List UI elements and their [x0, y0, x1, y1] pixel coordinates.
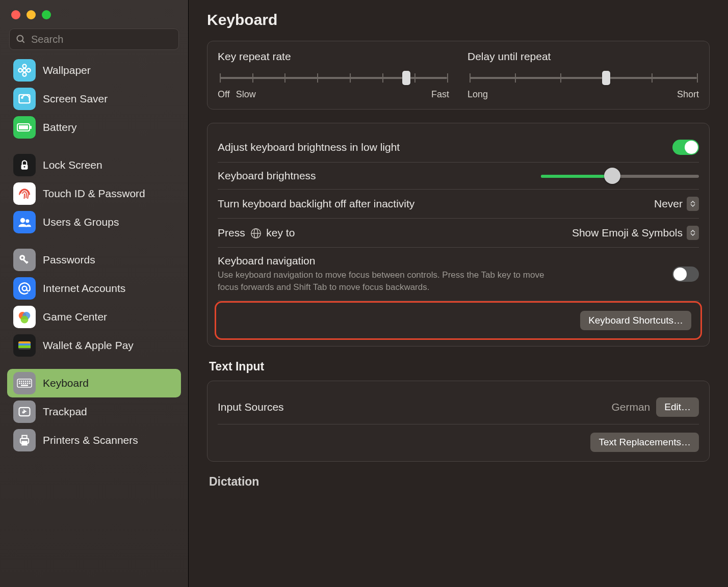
svg-rect-11 [30, 126, 32, 129]
delay-repeat-block: Delay until repeat Long Short [467, 50, 699, 100]
key-repeat-label: Key repeat rate [218, 50, 449, 63]
brightness-slider[interactable] [541, 170, 699, 182]
svg-rect-32 [25, 381, 27, 382]
svg-point-17 [21, 257, 23, 259]
svg-point-4 [23, 73, 27, 76]
svg-point-23 [21, 316, 29, 324]
fingerprint-icon [13, 182, 36, 205]
sidebar-item-label: Users & Groups [43, 216, 119, 228]
sidebar-item-label: Battery [43, 121, 77, 134]
minimize-window-button[interactable] [27, 10, 36, 19]
text-replacements-button[interactable]: Text Replacements… [590, 433, 699, 452]
close-window-button[interactable] [11, 10, 20, 19]
fullscreen-window-button[interactable] [42, 10, 51, 19]
window-controls [0, 5, 188, 29]
input-sources-label: Input Sources [218, 401, 284, 413]
svg-rect-46 [22, 441, 27, 445]
svg-line-1 [22, 41, 24, 43]
users-icon [13, 211, 36, 233]
page-title: Keyboard [207, 11, 710, 29]
sidebar-item-label: Screen Saver [43, 93, 108, 105]
brightness-auto-toggle[interactable] [672, 140, 699, 155]
printer-icon [13, 429, 36, 451]
delay-repeat-label: Delay until repeat [467, 50, 699, 63]
keyboard-settings-panel: Adjust keyboard brightness in low light … [207, 123, 710, 346]
svg-rect-40 [29, 383, 31, 384]
delay-short-label: Short [677, 89, 699, 100]
svg-rect-41 [21, 385, 28, 386]
svg-rect-34 [29, 381, 31, 382]
sidebar-item-label: Wallpaper [43, 64, 91, 76]
sidebar-item-label: Lock Screen [43, 159, 102, 171]
keyboard-nav-desc: Use keyboard navigation to move focus be… [218, 269, 564, 294]
sidebar-item-printers[interactable]: Printers & Scanners [7, 426, 181, 455]
svg-rect-38 [25, 383, 27, 384]
sidebar-item-wallpaper[interactable]: Wallpaper [7, 56, 181, 85]
svg-point-3 [23, 64, 27, 68]
chevron-up-down-icon [687, 197, 699, 211]
keyboard-nav-toggle[interactable] [672, 266, 699, 282]
svg-rect-33 [27, 381, 29, 382]
keyboard-icon [13, 372, 36, 394]
sidebar-item-trackpad[interactable]: Trackpad [7, 397, 181, 426]
svg-point-20 [22, 286, 27, 291]
search-input[interactable] [31, 34, 172, 45]
svg-point-0 [17, 36, 23, 42]
lock-icon [13, 154, 36, 176]
delay-repeat-slider[interactable] [470, 72, 697, 84]
globe-icon [250, 228, 262, 239]
svg-point-13 [23, 166, 25, 168]
sidebar-item-label: Touch ID & Password [43, 188, 145, 200]
svg-rect-39 [27, 383, 29, 384]
chevron-up-down-icon [687, 226, 699, 240]
keyboard-shortcuts-button[interactable]: Keyboard Shortcuts… [580, 311, 691, 330]
sidebar-item-keyboard[interactable]: Keyboard [7, 369, 181, 397]
sidebar-item-label: Passwords [43, 254, 95, 266]
key-repeat-slider[interactable] [220, 72, 447, 84]
globe-key-value: Show Emoji & Symbols [572, 227, 683, 239]
gamecenter-icon [13, 306, 36, 328]
sidebar-item-wallet[interactable]: Wallet & Apple Pay [7, 331, 181, 360]
sidebar-item-battery[interactable]: Battery [7, 113, 181, 142]
repeat-panel: Key repeat rate Off Slow Fast Delay unti… [207, 41, 710, 110]
sidebar: WallpaperScreen SaverBatteryLock ScreenT… [0, 0, 189, 587]
svg-rect-37 [23, 383, 24, 384]
search-icon [16, 34, 26, 44]
svg-rect-10 [19, 125, 28, 129]
svg-point-15 [25, 219, 29, 223]
svg-point-14 [20, 218, 25, 223]
search-box[interactable] [9, 29, 179, 50]
backlight-off-select[interactable]: Never [654, 197, 699, 211]
sidebar-item-label: Game Center [43, 311, 107, 323]
key-repeat-slow-label: Slow [236, 89, 256, 100]
text-input-panel: Input Sources German Edit… Text Replacem… [207, 381, 710, 462]
sidebar-item-lock-screen[interactable]: Lock Screen [7, 151, 181, 179]
svg-point-6 [27, 69, 31, 72]
input-sources-value: German [611, 401, 650, 413]
backlight-off-label: Turn keyboard backlight off after inacti… [218, 198, 414, 210]
sidebar-item-internet-accounts[interactable]: Internet Accounts [7, 274, 181, 303]
svg-rect-30 [21, 381, 22, 382]
sidebar-item-label: Wallet & Apple Pay [43, 339, 134, 352]
svg-rect-27 [18, 345, 31, 348]
brightness-label: Keyboard brightness [218, 170, 316, 182]
sidebar-item-users-groups[interactable]: Users & Groups [7, 208, 181, 236]
key-repeat-off-label: Off [218, 89, 230, 100]
battery-icon [13, 116, 36, 139]
sidebar-item-screen-saver[interactable]: Screen Saver [7, 85, 181, 113]
sidebar-item-label: Keyboard [43, 377, 89, 389]
flower-icon [13, 59, 36, 82]
svg-point-2 [23, 69, 27, 72]
brightness-auto-label: Adjust keyboard brightness in low light [218, 141, 400, 153]
sidebar-item-game-center[interactable]: Game Center [7, 303, 181, 331]
trackpad-icon [13, 401, 36, 423]
keyboard-shortcuts-highlight: Keyboard Shortcuts… [215, 301, 702, 340]
sidebar-item-label: Trackpad [43, 406, 87, 418]
sidebar-item-touch-id[interactable]: Touch ID & Password [7, 179, 181, 208]
globe-key-label: Press key to [218, 227, 295, 239]
globe-key-select[interactable]: Show Emoji & Symbols [572, 226, 699, 240]
svg-rect-35 [19, 383, 20, 384]
svg-rect-29 [19, 381, 20, 382]
sidebar-item-passwords[interactable]: Passwords [7, 246, 181, 274]
input-sources-edit-button[interactable]: Edit… [656, 397, 699, 417]
